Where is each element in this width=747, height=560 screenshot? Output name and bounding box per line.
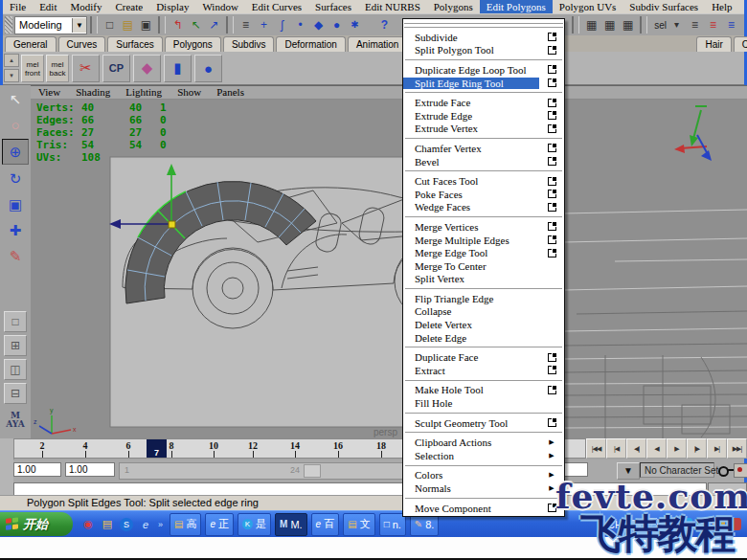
step-back-frame-button[interactable]: ◀| [626,438,646,459]
sel-field-label[interactable]: sel [654,20,667,31]
rotate-tool-icon[interactable]: ↻ [3,167,28,190]
panel-menu-view[interactable]: View [31,86,68,99]
poly-cylinder-shelf-icon[interactable]: ▮ [164,55,192,82]
step-back-key-button[interactable]: |◀ [606,438,626,459]
poly-shape-shelf-icon[interactable]: ◆ [133,55,161,82]
option-box-icon[interactable] [539,384,564,397]
go-to-start-button[interactable]: |◀◀ [586,438,606,459]
quick-rename-field-icon[interactable]: ≡ [722,16,740,34]
range-slider-handle[interactable] [304,464,321,478]
render-current-frame-icon[interactable]: ▦ [582,16,600,34]
menu-item-fill-hole[interactable]: Fill Hole [403,396,564,410]
four-pane-layout-button[interactable]: ⊞ [4,335,27,356]
single-pane-layout-button[interactable]: □ [4,311,27,332]
menu-item-duplicate-face[interactable]: Duplicate Face [403,350,564,364]
menu-item-merge-multiple-edges[interactable]: Merge Multiple Edges [403,234,564,247]
option-box-icon[interactable] [539,234,564,247]
poly-sphere-shelf-icon[interactable]: ● [194,55,222,82]
menu-edit[interactable]: Edit [33,0,63,13]
option-box-icon[interactable] [539,201,564,214]
snap-curve-icon[interactable]: ʃ [273,16,291,34]
lasso-tool-icon[interactable]: ○ [3,113,28,137]
quicklaunch-chevron-icon[interactable]: » [158,520,163,529]
split-horizontal-layout-button[interactable]: ⊟ [4,383,27,404]
ipr-render-icon[interactable]: ▦ [600,16,619,34]
menu-help[interactable]: Help [705,0,738,13]
snap-point-icon[interactable]: • [291,16,309,34]
make-live-icon[interactable]: ● [328,16,346,34]
menu-tearoff-handle[interactable] [404,23,563,28]
menu-polygon-uvs[interactable]: Polygon UVs [553,0,623,13]
folder-quicklaunch-icon[interactable]: ▤ [100,517,115,532]
menu-item-bevel[interactable]: Bevel [403,155,564,168]
option-box-icon[interactable] [539,220,564,234]
menu-item-split-vertex[interactable]: Split Vertex [403,273,564,286]
option-box-icon[interactable] [539,31,564,44]
image-plane-manipulator[interactable] [674,106,712,161]
option-box-icon[interactable] [539,63,564,77]
menu-window[interactable]: Window [195,0,244,13]
menu-item-split-edge-ring-tool[interactable]: Split Edge Ring Tool [403,77,564,90]
option-box-icon[interactable] [539,188,564,201]
option-box-icon[interactable] [539,350,564,364]
snap-grid-icon[interactable]: + [255,16,273,34]
go-to-end-button[interactable]: ▶▶| [727,438,747,459]
numeric-input-field-icon[interactable]: ≡ [704,16,722,34]
cp-shelf-button[interactable]: CP [102,55,130,82]
taskbar-window-button[interactable]: e百 [311,513,340,536]
menu-item-split-polygon-tool[interactable]: Split Polygon Tool [403,44,564,57]
statusline-separator[interactable] [640,16,647,34]
menu-item-colors[interactable]: Colors▶ [403,469,564,482]
animation-start-field[interactable]: 1.00 [13,462,61,477]
menu-item-extract[interactable]: Extract [403,364,564,377]
select-object-icon[interactable]: ↖ [187,16,205,34]
render-globals-icon[interactable]: ▦ [619,16,637,34]
statusline-separator[interactable] [226,16,234,34]
menu-item-extrude-face[interactable]: Extrude Face [403,96,564,109]
menu-item-move-component[interactable]: Move Component [403,502,564,515]
statusline-separator[interactable] [572,16,579,34]
snap-view-plane-icon[interactable]: ◆ [309,16,328,34]
universal-manipulator-icon[interactable]: ✚ [3,218,28,242]
menu-item-delete-vertex[interactable]: Delete Vertex [403,318,564,331]
panel-menu-panels[interactable]: Panels [209,86,252,99]
panel-menu-shading[interactable]: Shading [68,86,118,99]
play-backwards-button[interactable]: ◀ [646,438,667,459]
taskbar-window-button[interactable]: K是 [238,513,271,536]
taskbar-window-button-active[interactable]: MM. [275,513,307,536]
chevron-down-icon[interactable]: ▼ [72,18,86,33]
statusline-drag-handle[interactable] [5,16,12,34]
menu-set-selector[interactable]: Modeling ▼ [14,16,87,34]
menu-item-chamfer-vertex[interactable]: Chamfer Vertex [403,142,564,155]
shelf-tab-polygons[interactable]: Polygons [165,36,221,52]
mel-front-button[interactable]: mel front [21,55,44,82]
menu-item-merge-to-center[interactable]: Merge To Center [403,259,564,273]
step-forward-frame-button[interactable]: |▶ [687,438,707,459]
current-frame-indicator[interactable]: 7 [147,439,167,458]
help-icon[interactable]: ? [375,16,394,34]
option-box-icon[interactable] [539,77,564,90]
panel-menu-lighting[interactable]: Lighting [118,86,170,99]
menu-create[interactable]: Create [108,0,149,13]
menu-item-extrude-edge[interactable]: Extrude Edge [403,109,564,123]
paint-select-tool-icon[interactable]: ✎ [3,244,28,268]
option-box-icon[interactable] [539,109,564,123]
scale-tool-icon[interactable]: ▣ [3,192,28,216]
select-component-icon[interactable]: ↗ [205,16,223,34]
playback-start-field[interactable]: 1.00 [65,462,115,477]
menu-item-merge-vertices[interactable]: Merge Vertices [403,220,564,234]
manipulator-center-handle[interactable] [169,221,175,228]
option-box-icon[interactable] [539,96,564,109]
menu-modify[interactable]: Modify [63,0,108,13]
taskbar-window-button[interactable]: ▤文 [343,513,374,536]
menu-item-collapse[interactable]: Collapse [403,305,564,319]
internet-explorer-icon[interactable]: e [138,517,153,532]
menu-item-merge-edge-tool[interactable]: Merge Edge Tool [403,246,564,259]
shelf-tab-hair[interactable]: Hair [696,36,731,52]
option-box-icon[interactable] [539,174,564,188]
shelf-tab-curves[interactable]: Curves [58,36,106,52]
shelf-tab-deformation[interactable]: Deformation [276,36,345,52]
menu-item-wedge-faces[interactable]: Wedge Faces [403,201,564,214]
shelf-tab-custom[interactable]: Custom [734,36,747,52]
media-player-icon[interactable]: ◉ [80,517,96,532]
